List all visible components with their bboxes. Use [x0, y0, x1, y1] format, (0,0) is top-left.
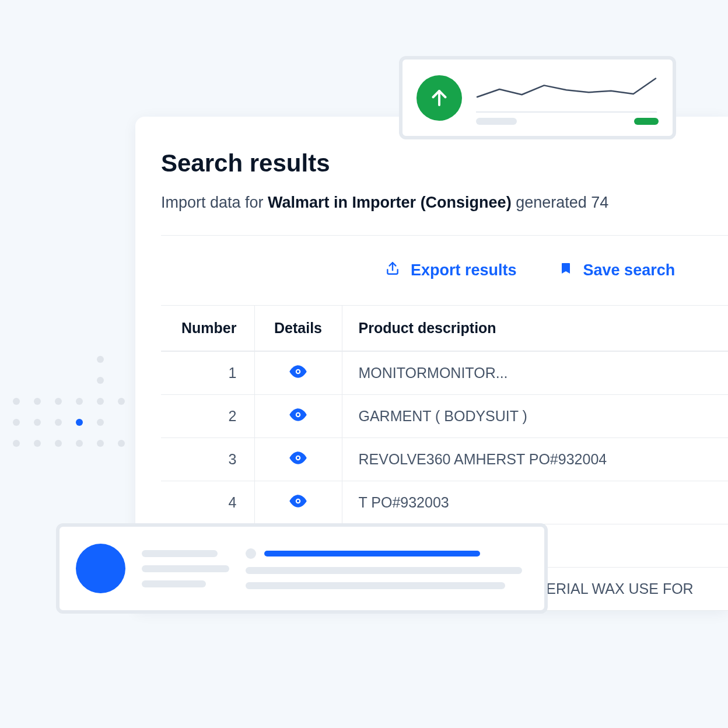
- sparkline-chart: [476, 69, 659, 127]
- row-number: 1: [161, 351, 254, 395]
- placeholder-line: [142, 550, 218, 557]
- col-description-header: Product description: [342, 306, 728, 352]
- svg-point-7: [297, 500, 299, 502]
- table-row: 2GARMENT ( BODYSUIT ): [161, 395, 728, 438]
- row-number: 4: [161, 481, 254, 524]
- svg-point-3: [297, 414, 299, 416]
- save-search-button[interactable]: Save search: [559, 260, 676, 281]
- row-number: 3: [161, 438, 254, 481]
- col-number-header: Number: [161, 306, 254, 352]
- avatar: [76, 544, 125, 593]
- view-details-icon[interactable]: [289, 365, 307, 378]
- view-details-icon[interactable]: [289, 408, 307, 421]
- toolbar: Export results Save search: [161, 236, 728, 305]
- placeholder-dot: [246, 548, 256, 559]
- page-title: Search results: [161, 149, 728, 177]
- row-description: REVOLVE360 AMHERST PO#932004: [342, 438, 728, 481]
- placeholder-line: [246, 582, 505, 589]
- detail-preview-card: [56, 523, 548, 614]
- chart-highlight-bar: [634, 118, 659, 125]
- bookmark-icon: [559, 260, 573, 281]
- decorative-dot-grid: [13, 356, 125, 447]
- placeholder-line: [142, 565, 229, 572]
- view-details-icon[interactable]: [289, 452, 307, 464]
- chart-placeholder-bar: [476, 118, 517, 125]
- row-description: MONITORMONITOR...: [342, 351, 728, 395]
- col-details-header: Details: [254, 306, 342, 352]
- row-description: GARMENT ( BODYSUIT ): [342, 395, 728, 438]
- row-description: T PO#932003: [342, 481, 728, 524]
- table-row: 3REVOLVE360 AMHERST PO#932004: [161, 438, 728, 481]
- trend-widget: [399, 56, 676, 139]
- trend-up-icon: [416, 75, 462, 121]
- results-summary: Import data for Walmart in Importer (Con…: [161, 194, 728, 212]
- svg-point-5: [297, 457, 299, 459]
- table-row: 4T PO#932003: [161, 481, 728, 524]
- table-row: 1MONITORMONITOR...: [161, 351, 728, 395]
- export-icon: [385, 260, 400, 281]
- svg-point-1: [297, 370, 299, 373]
- placeholder-line: [246, 567, 522, 574]
- placeholder-line: [142, 580, 206, 587]
- export-results-button[interactable]: Export results: [385, 260, 517, 281]
- placeholder-highlight-line: [264, 551, 480, 556]
- row-number: 2: [161, 395, 254, 438]
- view-details-icon[interactable]: [289, 495, 307, 508]
